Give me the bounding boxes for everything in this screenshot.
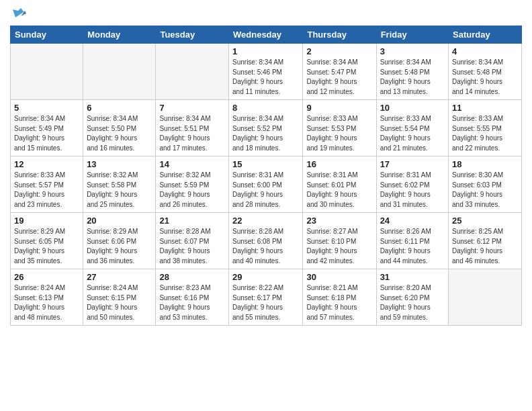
calendar-cell: 26Sunrise: 8:24 AMSunset: 6:13 PMDayligh… [11, 269, 83, 326]
day-number: 2 [306, 46, 372, 56]
day-number: 25 [452, 216, 518, 226]
calendar-cell [83, 44, 156, 100]
day-number: 13 [87, 159, 152, 169]
week-row-4: 19Sunrise: 8:29 AMSunset: 6:05 PMDayligh… [11, 213, 522, 269]
calendar-cell: 30Sunrise: 8:21 AMSunset: 6:18 PMDayligh… [303, 269, 376, 326]
calendar-cell: 23Sunrise: 8:27 AMSunset: 6:10 PMDayligh… [303, 213, 376, 269]
day-info: Sunrise: 8:29 AMSunset: 6:05 PMDaylight:… [14, 227, 79, 266]
page-container: Sunday Monday Tuesday Wednesday Thursday… [0, 0, 532, 332]
day-info: Sunrise: 8:24 AMSunset: 6:13 PMDaylight:… [14, 283, 79, 322]
calendar-cell: 15Sunrise: 8:31 AMSunset: 6:00 PMDayligh… [229, 156, 303, 213]
day-number: 31 [380, 272, 445, 282]
day-info: Sunrise: 8:33 AMSunset: 5:55 PMDaylight:… [452, 114, 518, 153]
day-number: 8 [232, 103, 299, 113]
day-number: 15 [232, 159, 299, 169]
calendar-cell: 3Sunrise: 8:34 AMSunset: 5:48 PMDaylight… [376, 44, 448, 100]
calendar-body: 1Sunrise: 8:34 AMSunset: 5:46 PMDaylight… [11, 44, 522, 326]
logo-icon [11, 5, 26, 20]
calendar-cell: 24Sunrise: 8:26 AMSunset: 6:11 PMDayligh… [376, 213, 448, 269]
calendar-table: Sunday Monday Tuesday Wednesday Thursday… [10, 26, 522, 326]
calendar-cell: 25Sunrise: 8:25 AMSunset: 6:12 PMDayligh… [449, 213, 522, 269]
day-number: 23 [306, 216, 372, 226]
day-info: Sunrise: 8:26 AMSunset: 6:11 PMDaylight:… [380, 227, 445, 266]
calendar-cell [11, 44, 83, 100]
day-number: 28 [159, 272, 225, 282]
calendar-cell: 12Sunrise: 8:33 AMSunset: 5:57 PMDayligh… [11, 156, 83, 213]
calendar-cell: 2Sunrise: 8:34 AMSunset: 5:47 PMDaylight… [303, 44, 376, 100]
day-info: Sunrise: 8:22 AMSunset: 6:17 PMDaylight:… [232, 283, 299, 322]
calendar-cell: 8Sunrise: 8:34 AMSunset: 5:52 PMDaylight… [229, 100, 303, 156]
week-row-2: 5Sunrise: 8:34 AMSunset: 5:49 PMDaylight… [11, 100, 522, 156]
day-info: Sunrise: 8:33 AMSunset: 5:57 PMDaylight:… [14, 171, 79, 210]
calendar-cell: 14Sunrise: 8:32 AMSunset: 5:59 PMDayligh… [156, 156, 229, 213]
day-info: Sunrise: 8:34 AMSunset: 5:46 PMDaylight:… [232, 58, 299, 97]
calendar-cell: 21Sunrise: 8:28 AMSunset: 6:07 PMDayligh… [156, 213, 229, 269]
day-info: Sunrise: 8:30 AMSunset: 6:03 PMDaylight:… [452, 171, 518, 210]
day-number: 10 [380, 103, 445, 113]
day-number: 27 [87, 272, 152, 282]
calendar-cell: 11Sunrise: 8:33 AMSunset: 5:55 PMDayligh… [449, 100, 522, 156]
week-row-3: 12Sunrise: 8:33 AMSunset: 5:57 PMDayligh… [11, 156, 522, 213]
col-sunday: Sunday [11, 26, 83, 44]
calendar-cell: 22Sunrise: 8:28 AMSunset: 6:08 PMDayligh… [229, 213, 303, 269]
col-saturday: Saturday [449, 26, 522, 44]
day-info: Sunrise: 8:34 AMSunset: 5:47 PMDaylight:… [306, 58, 372, 97]
day-info: Sunrise: 8:34 AMSunset: 5:51 PMDaylight:… [159, 114, 225, 153]
calendar-cell: 18Sunrise: 8:30 AMSunset: 6:03 PMDayligh… [449, 156, 522, 213]
week-row-1: 1Sunrise: 8:34 AMSunset: 5:46 PMDaylight… [11, 44, 522, 100]
col-wednesday: Wednesday [229, 26, 303, 44]
day-info: Sunrise: 8:31 AMSunset: 6:02 PMDaylight:… [380, 171, 445, 210]
day-number: 5 [14, 103, 79, 113]
day-number: 30 [306, 272, 372, 282]
day-number: 24 [380, 216, 445, 226]
week-row-5: 26Sunrise: 8:24 AMSunset: 6:13 PMDayligh… [11, 269, 522, 326]
calendar-cell: 1Sunrise: 8:34 AMSunset: 5:46 PMDaylight… [229, 44, 303, 100]
calendar-cell: 27Sunrise: 8:24 AMSunset: 6:15 PMDayligh… [83, 269, 156, 326]
day-number: 16 [306, 159, 372, 169]
day-number: 11 [452, 103, 518, 113]
col-thursday: Thursday [303, 26, 376, 44]
day-number: 9 [306, 103, 372, 113]
day-info: Sunrise: 8:31 AMSunset: 6:01 PMDaylight:… [306, 171, 372, 210]
calendar-cell: 6Sunrise: 8:34 AMSunset: 5:50 PMDaylight… [83, 100, 156, 156]
day-number: 20 [87, 216, 152, 226]
day-number: 1 [232, 46, 299, 56]
calendar-cell: 7Sunrise: 8:34 AMSunset: 5:51 PMDaylight… [156, 100, 229, 156]
calendar-cell: 28Sunrise: 8:23 AMSunset: 6:16 PMDayligh… [156, 269, 229, 326]
calendar-cell: 16Sunrise: 8:31 AMSunset: 6:01 PMDayligh… [303, 156, 376, 213]
day-number: 29 [232, 272, 299, 282]
day-number: 14 [159, 159, 225, 169]
day-number: 17 [380, 159, 445, 169]
day-info: Sunrise: 8:34 AMSunset: 5:49 PMDaylight:… [14, 114, 79, 153]
calendar-cell: 19Sunrise: 8:29 AMSunset: 6:05 PMDayligh… [11, 213, 83, 269]
calendar-cell: 9Sunrise: 8:33 AMSunset: 5:53 PMDaylight… [303, 100, 376, 156]
day-info: Sunrise: 8:24 AMSunset: 6:15 PMDaylight:… [87, 283, 152, 322]
day-info: Sunrise: 8:27 AMSunset: 6:10 PMDaylight:… [306, 227, 372, 266]
day-number: 12 [14, 159, 79, 169]
day-number: 21 [159, 216, 225, 226]
day-info: Sunrise: 8:34 AMSunset: 5:52 PMDaylight:… [232, 114, 299, 153]
calendar-cell: 20Sunrise: 8:29 AMSunset: 6:06 PMDayligh… [83, 213, 156, 269]
col-tuesday: Tuesday [156, 26, 229, 44]
day-info: Sunrise: 8:33 AMSunset: 5:53 PMDaylight:… [306, 114, 372, 153]
calendar-cell: 5Sunrise: 8:34 AMSunset: 5:49 PMDaylight… [11, 100, 83, 156]
calendar-cell: 31Sunrise: 8:20 AMSunset: 6:20 PMDayligh… [376, 269, 448, 326]
calendar-cell: 17Sunrise: 8:31 AMSunset: 6:02 PMDayligh… [376, 156, 448, 213]
day-number: 3 [380, 46, 445, 56]
calendar-cell: 10Sunrise: 8:33 AMSunset: 5:54 PMDayligh… [376, 100, 448, 156]
day-info: Sunrise: 8:34 AMSunset: 5:48 PMDaylight:… [380, 58, 445, 97]
calendar-cell [449, 269, 522, 326]
day-info: Sunrise: 8:20 AMSunset: 6:20 PMDaylight:… [380, 283, 445, 322]
day-info: Sunrise: 8:28 AMSunset: 6:07 PMDaylight:… [159, 227, 225, 266]
calendar-cell: 29Sunrise: 8:22 AMSunset: 6:17 PMDayligh… [229, 269, 303, 326]
logo [10, 7, 26, 20]
day-number: 22 [232, 216, 299, 226]
day-info: Sunrise: 8:21 AMSunset: 6:18 PMDaylight:… [306, 283, 372, 322]
day-number: 18 [452, 159, 518, 169]
header [10, 7, 522, 20]
calendar-cell: 4Sunrise: 8:34 AMSunset: 5:48 PMDaylight… [449, 44, 522, 100]
day-number: 6 [87, 103, 152, 113]
day-info: Sunrise: 8:32 AMSunset: 5:58 PMDaylight:… [87, 171, 152, 210]
day-number: 19 [14, 216, 79, 226]
col-friday: Friday [376, 26, 448, 44]
